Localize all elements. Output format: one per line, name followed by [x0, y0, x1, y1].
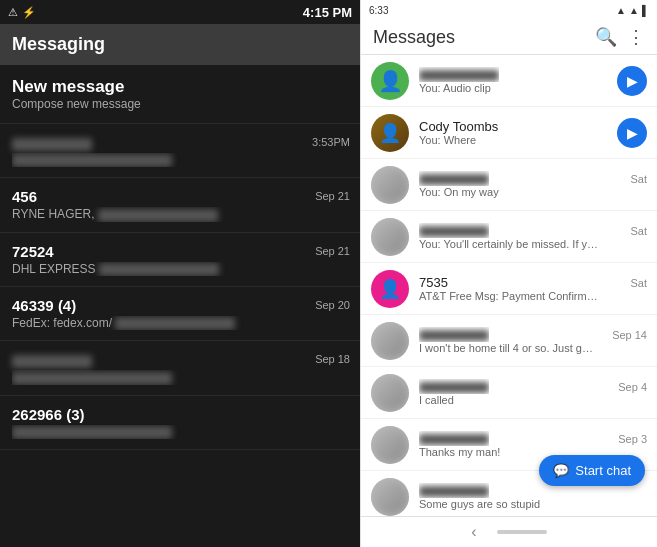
battery-icon: ⚡	[22, 6, 36, 19]
conv-preview: Some guys are so stupid	[419, 498, 599, 510]
conv-content: 7535 Sat AT&T Free Msg: Payment Confirma…	[419, 275, 647, 302]
blurred-name	[419, 226, 489, 237]
right-panel: 6:33 ▲ ▲ ▌ Messages 🔍 ⋮ 👤 You	[360, 0, 657, 547]
message-timestamp: Sep 21	[315, 245, 350, 257]
conv-name: 7535	[419, 275, 448, 290]
conv-preview: You: Audio clip	[419, 82, 599, 94]
avatar: 👤	[371, 270, 409, 308]
new-message-item[interactable]: New message Compose new message	[0, 65, 360, 124]
message-timestamp: Sep 18	[315, 353, 350, 365]
blurred-avatar	[371, 322, 409, 360]
blurred-name	[419, 434, 489, 445]
wifi-icon: ▲	[629, 5, 639, 16]
right-status-icons: ▲ ▲ ▌	[616, 5, 649, 16]
conv-content: Sep 14 I won't be home till 4 or so. Jus…	[419, 327, 647, 354]
blurred-preview	[12, 372, 172, 385]
list-item[interactable]: Sep 14 I won't be home till 4 or so. Jus…	[361, 315, 657, 367]
list-item[interactable]: 3:53PM	[0, 124, 360, 178]
blurred-preview	[12, 426, 172, 439]
play-button[interactable]: ▶	[617, 66, 647, 96]
blurred-name	[419, 382, 489, 393]
list-item[interactable]: 46339 (4) FedEx: fedex.com/ Sep 20	[0, 287, 360, 341]
message-sender: 72524	[12, 243, 348, 260]
conv-content: Sep 4 I called	[419, 379, 647, 406]
message-timestamp: Sep 20	[315, 299, 350, 311]
blurred-name	[419, 174, 489, 185]
right-status-bar: 6:33 ▲ ▲ ▌	[361, 0, 657, 20]
search-icon[interactable]: 🔍	[595, 26, 617, 48]
avatar	[371, 374, 409, 412]
nav-indicator	[497, 530, 547, 534]
avatar	[371, 322, 409, 360]
avatar	[371, 218, 409, 256]
conv-preview: AT&T Free Msg: Payment Confirmation #5ZB…	[419, 290, 599, 302]
left-status-bar: ⚠ ⚡ 4:15 PM	[0, 0, 360, 24]
conv-content: Cody Toombs You: Where	[419, 119, 611, 146]
list-item[interactable]: 456 RYNE HAGER, Sep 21	[0, 178, 360, 232]
app-header: Messaging	[0, 24, 360, 65]
blurred-preview	[99, 263, 219, 276]
start-chat-button[interactable]: 💬 Start chat	[539, 455, 645, 486]
blurred-sender	[12, 355, 92, 368]
list-item[interactable]: Sep 18	[0, 341, 360, 395]
conv-preview: You: On my way	[419, 186, 599, 198]
battery-icon: ▌	[642, 5, 649, 16]
message-list: 3:53PM 456 RYNE HAGER, Sep 21 72524 DHL …	[0, 124, 360, 547]
list-item[interactable]: Sat You: You'll certainly be missed. If …	[361, 211, 657, 263]
conv-time: Sat	[630, 225, 647, 237]
conv-time: Sep 4	[618, 381, 647, 393]
list-item[interactable]: 👤 Cody Toombs You: Where ▶	[361, 107, 657, 159]
list-item[interactable]: 262966 (3)	[0, 396, 360, 450]
conv-content: Sat You: On my way	[419, 171, 647, 198]
conv-content: Sep 3 Thanks my man!	[419, 431, 647, 458]
warning-icon: ⚠	[8, 6, 18, 19]
conv-preview: You: You'll certainly be missed. If you …	[419, 238, 599, 250]
app-title: Messaging	[12, 34, 105, 54]
start-chat-label: Start chat	[575, 463, 631, 478]
blurred-preview	[115, 317, 235, 330]
back-button[interactable]: ‹	[471, 523, 476, 541]
message-sender: 262966 (3)	[12, 406, 348, 423]
conv-time: Sep 3	[618, 433, 647, 445]
conv-content: Sat You: You'll certainly be missed. If …	[419, 223, 647, 250]
new-message-subtitle: Compose new message	[12, 97, 348, 111]
message-sender: 46339 (4)	[12, 297, 348, 314]
list-item[interactable]: 👤 7535 Sat AT&T Free Msg: Payment Confir…	[361, 263, 657, 315]
conversations-list: 👤 You: Audio clip ▶ 👤 Cody Toombs	[361, 55, 657, 516]
message-timestamp: Sep 21	[315, 190, 350, 202]
blurred-avatar	[371, 374, 409, 412]
blurred-avatar	[371, 478, 409, 516]
message-timestamp: 3:53PM	[312, 136, 350, 148]
list-item[interactable]: 72524 DHL EXPRESS Sep 21	[0, 233, 360, 287]
signal-icon: ▲	[616, 5, 626, 16]
left-status-time: 4:15 PM	[303, 5, 352, 20]
left-status-icons: ⚠ ⚡	[8, 6, 36, 19]
conv-content: You: Audio clip	[419, 67, 611, 94]
conv-content: Some guys are so stupid	[419, 483, 647, 510]
conv-time: Sep 14	[612, 329, 647, 341]
list-item[interactable]: 👤 You: Audio clip ▶	[361, 55, 657, 107]
menu-icon[interactable]: ⋮	[627, 26, 645, 48]
list-item[interactable]: Sat You: On my way	[361, 159, 657, 211]
conv-preview: I called	[419, 394, 599, 406]
message-preview: DHL EXPRESS	[12, 262, 272, 276]
blurred-name	[419, 486, 489, 497]
conv-time: Sat	[630, 173, 647, 185]
person-icon: 👤	[378, 69, 403, 93]
right-status-time: 6:33	[369, 5, 388, 16]
blurred-sender	[12, 138, 92, 151]
message-sender: 456	[12, 188, 348, 205]
play-button[interactable]: ▶	[617, 118, 647, 148]
blurred-avatar	[371, 426, 409, 464]
blurred-avatar	[371, 218, 409, 256]
conv-time: Sat	[630, 277, 647, 289]
conv-name: Cody Toombs	[419, 119, 498, 134]
list-item[interactable]: Sep 4 I called	[361, 367, 657, 419]
bottom-nav: ‹	[361, 516, 657, 547]
left-panel: ⚠ ⚡ 4:15 PM Messaging New message Compos…	[0, 0, 360, 547]
message-preview: RYNE HAGER,	[12, 207, 272, 221]
right-header: Messages 🔍 ⋮	[361, 20, 657, 55]
message-preview: FedEx: fedex.com/	[12, 316, 272, 330]
right-header-title: Messages	[373, 27, 455, 48]
conv-preview: You: Where	[419, 134, 599, 146]
